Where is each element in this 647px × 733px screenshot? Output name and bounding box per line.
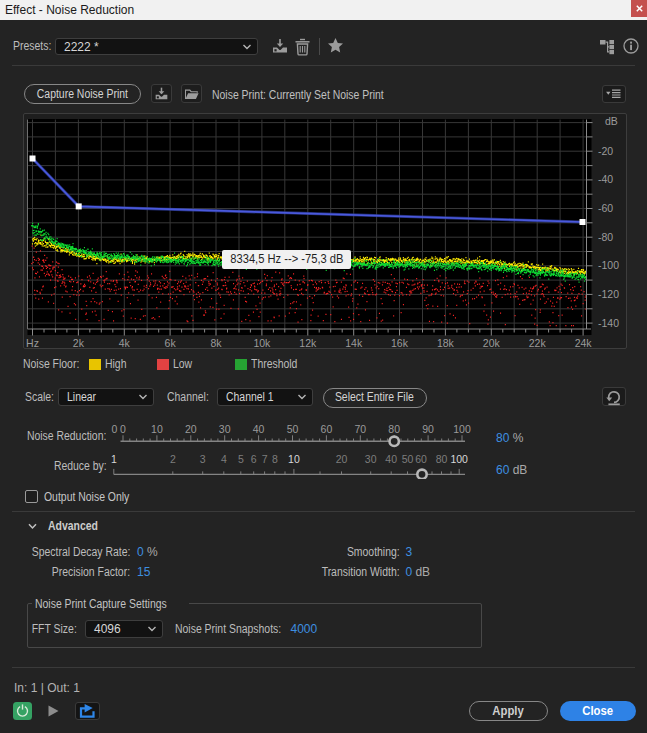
svg-text:1: 1 [111,453,117,465]
svg-text:50: 50 [402,453,414,465]
svg-text:30: 30 [219,423,231,435]
svg-text:50: 50 [287,423,299,435]
svg-text:5: 5 [238,453,244,465]
svg-text:6: 6 [251,453,257,465]
svg-text:60: 60 [415,453,427,465]
svg-text:100: 100 [450,453,468,465]
svg-text:80: 80 [436,453,448,465]
svg-text:10: 10 [288,453,300,465]
svg-text:8: 8 [272,453,278,465]
svg-text:60: 60 [321,423,333,435]
svg-text:20: 20 [336,453,348,465]
svg-text:30: 30 [365,453,377,465]
svg-text:100: 100 [453,423,471,435]
svg-text:10: 10 [151,423,163,435]
svg-text:20: 20 [185,423,197,435]
svg-text:3: 3 [200,453,206,465]
svg-text:70: 70 [354,423,366,435]
svg-text:40: 40 [385,453,397,465]
svg-text:80: 80 [388,423,400,435]
svg-text:40: 40 [253,423,265,435]
svg-text:4: 4 [221,453,227,465]
svg-text:2: 2 [170,453,176,465]
svg-text:7: 7 [262,453,268,465]
svg-text:0: 0 [120,423,126,435]
svg-text:0: 0 [112,423,118,435]
svg-text:90: 90 [422,423,434,435]
